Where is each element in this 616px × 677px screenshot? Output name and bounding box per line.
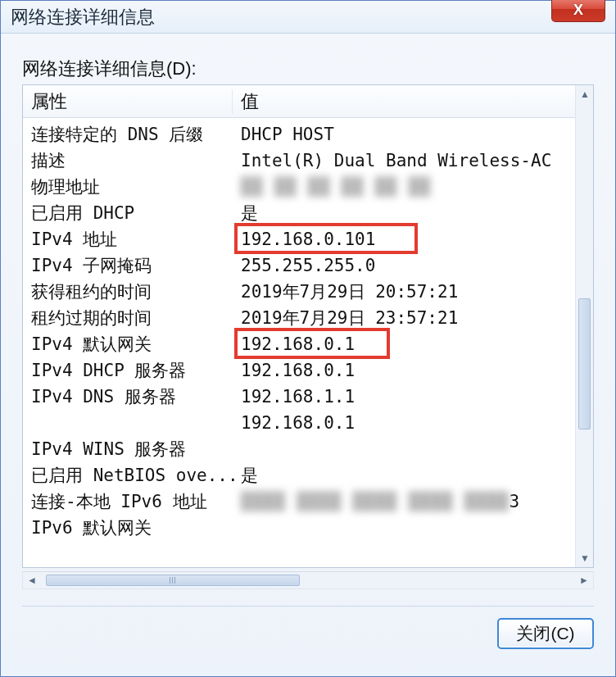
separator	[22, 606, 594, 607]
prop-ipv4-subnet: IPv4 子网掩码	[23, 254, 233, 277]
prop-ipv4-gateway: IPv4 默认网关	[23, 333, 233, 356]
val-ipv4-dns-server-2: 192.168.0.1	[233, 413, 355, 433]
prop-dhcp-enabled: 已启用 DHCP	[23, 202, 233, 225]
table-row: IPv6 默认网关	[23, 515, 575, 541]
vertical-scrollbar[interactable]: ▲ ▼	[575, 85, 593, 567]
val-description: Intel(R) Dual Band Wireless-AC	[233, 151, 551, 170]
redacted-text: ██ ██ ██ ██ ██ ██	[241, 177, 431, 197]
scroll-up-arrow-icon[interactable]: ▲	[576, 85, 594, 103]
val-dns-suffix: DHCP HOST	[233, 125, 334, 144]
val-ipv4-dhcp-server: 192.168.0.1	[233, 361, 355, 380]
table-row: IPv4 地址 192.168.0.101	[23, 226, 575, 252]
prop-dns-suffix: 连接特定的 DNS 后缀	[23, 123, 233, 146]
window-title: 网络连接详细信息	[11, 5, 155, 30]
details-list-panel: 属性 值 连接特定的 DNS 后缀 DHCP HOST 描述 Intel(R) …	[22, 84, 594, 568]
prop-ipv4-wins-server: IPv4 WINS 服务器	[23, 438, 233, 461]
val-netbios-enabled: 是	[233, 464, 258, 487]
prop-description: 描述	[23, 149, 233, 172]
dialog-window: 网络连接详细信息 X 网络连接详细信息(D): 属性 值 连接特定的 DNS 后…	[0, 0, 616, 677]
scroll-left-arrow-icon[interactable]: ◄	[23, 571, 41, 589]
table-row: 获得租约的时间 2019年7月29日 20:57:21	[23, 279, 575, 305]
scroll-thumb[interactable]	[578, 298, 591, 429]
prop-lease-obtained: 获得租约的时间	[23, 280, 233, 303]
table-row: IPv4 默认网关 192.168.0.1	[23, 331, 575, 357]
val-ipv4-subnet: 255.255.255.0	[233, 256, 375, 275]
table-row: 已启用 DHCP 是	[23, 200, 575, 226]
details-table: 属性 值 连接特定的 DNS 后缀 DHCP HOST 描述 Intel(R) …	[23, 85, 575, 567]
prop-ipv4-dns-server: IPv4 DNS 服务器	[23, 385, 233, 408]
table-row: 物理地址 ██ ██ ██ ██ ██ ██	[23, 174, 575, 200]
hscroll-track[interactable]	[41, 572, 575, 588]
table-row: 连接特定的 DNS 后缀 DHCP HOST	[23, 121, 575, 148]
prop-ipv4-address: IPv4 地址	[23, 228, 233, 251]
prop-ipv4-dhcp-server: IPv4 DHCP 服务器	[23, 359, 233, 382]
ipv6-fragment-end: 3	[509, 492, 519, 511]
button-row: 关闭(C)	[22, 618, 594, 649]
val-lease-obtained: 2019年7月29日 20:57:21	[233, 280, 458, 303]
table-row: IPv4 DHCP 服务器 192.168.0.1	[23, 357, 575, 384]
scroll-down-arrow-icon[interactable]: ▼	[576, 549, 594, 567]
client-area: 网络连接详细信息(D): 属性 值 连接特定的 DNS 后缀 DHCP HOST…	[1, 34, 615, 676]
table-header: 属性 值	[23, 85, 575, 118]
close-icon: X	[573, 2, 583, 19]
val-lease-expires: 2019年7月29日 23:57:21	[233, 307, 458, 329]
val-ipv4-dns-server: 192.168.1.1	[233, 387, 355, 407]
val-link-local-ipv6: ████ ████ ████ ████ ████3	[233, 492, 519, 511]
prop-ipv6-gateway: IPv6 默认网关	[23, 516, 233, 539]
horizontal-scrollbar[interactable]: ◄ ►	[22, 571, 594, 589]
table-row: IPv4 子网掩码 255.255.255.0	[23, 252, 575, 279]
column-header-value[interactable]: 值	[233, 89, 259, 114]
val-physical-address: ██ ██ ██ ██ ██ ██	[233, 177, 431, 197]
titlebar: 网络连接详细信息 X	[1, 1, 615, 34]
table-row: 租约过期的时间 2019年7月29日 23:57:21	[23, 305, 575, 331]
window-close-button[interactable]: X	[551, 0, 605, 22]
table-row: 已启用 NetBIOS ove... 是	[23, 462, 575, 488]
val-ipv4-address: 192.168.0.101	[233, 229, 375, 249]
hscroll-thumb[interactable]	[46, 575, 300, 586]
prop-lease-expires: 租约过期的时间	[23, 307, 233, 329]
grip-icon	[170, 577, 177, 584]
val-ipv4-gateway: 192.168.0.1	[233, 334, 355, 354]
table-row: 描述 Intel(R) Dual Band Wireless-AC	[23, 148, 575, 174]
table-row: 192.168.0.1	[23, 410, 575, 436]
table-row: IPv4 DNS 服务器 192.168.1.1	[23, 384, 575, 410]
table-row: 连接-本地 IPv6 地址 ████ ████ ████ ████ ████3	[23, 488, 575, 515]
scroll-right-arrow-icon[interactable]: ►	[575, 571, 593, 589]
prop-link-local-ipv6: 连接-本地 IPv6 地址	[23, 490, 233, 513]
close-button[interactable]: 关闭(C)	[497, 618, 594, 649]
column-header-property[interactable]: 属性	[23, 89, 233, 114]
table-row: IPv4 WINS 服务器	[23, 436, 575, 462]
prop-netbios-enabled: 已启用 NetBIOS ove...	[23, 464, 233, 487]
prop-physical-address: 物理地址	[23, 175, 233, 198]
table-body: 连接特定的 DNS 后缀 DHCP HOST 描述 Intel(R) Dual …	[23, 118, 575, 541]
val-dhcp-enabled: 是	[233, 202, 258, 225]
details-label: 网络连接详细信息(D):	[22, 57, 594, 81]
redacted-text: ████ ████ ████ ████ ████	[241, 492, 509, 511]
